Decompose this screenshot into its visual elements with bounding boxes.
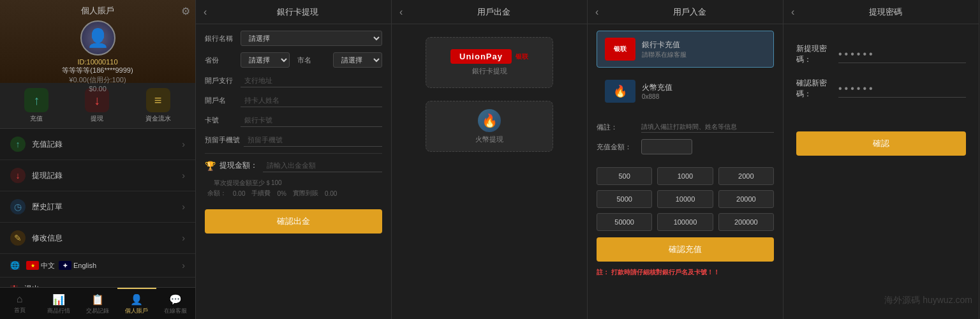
province-select[interactable]: 請選擇 — [241, 52, 290, 68]
nav-account[interactable]: 👤 個人賬戶 — [117, 288, 156, 319]
nav-home-label: 首頁 — [14, 306, 26, 315]
withdraw-label: 提現 — [91, 114, 103, 123]
amount-label: 充值金額： — [597, 142, 641, 152]
phone-label: 預留手機號 — [205, 135, 240, 145]
nav-market[interactable]: 📊 商品行情 — [39, 288, 78, 319]
receive-value: 0.00 — [325, 190, 337, 197]
note-input[interactable] — [641, 121, 774, 133]
deposit-unionpay-logo: 银联 — [605, 38, 635, 61]
cashout-back-button[interactable]: ‹ — [399, 6, 403, 18]
amount-200000[interactable]: 200000 — [718, 213, 774, 231]
language-section[interactable]: 🌐 ★ 中文 ✚ English › — [0, 254, 195, 278]
balance-value: 0.00 — [233, 190, 245, 197]
bank-name-select[interactable]: 請選擇 — [241, 31, 382, 46]
deposit-unionpay-option[interactable]: 银联 銀行卡充值 請聯系在線客服 — [597, 31, 774, 68]
account-icon: 👤 — [130, 293, 143, 306]
home-icon: ⌂ — [17, 293, 23, 305]
nav-transactions[interactable]: 📋 交易記錄 — [78, 288, 117, 319]
city-select[interactable]: 請選擇 — [333, 52, 382, 68]
panel-withdraw: ‹ 銀行卡提現 銀行名稱 請選擇 省份 請選擇 市名 請選擇 開戶支行 — [196, 0, 392, 319]
lang-chinese: ★ 中文 — [26, 261, 55, 271]
back-button[interactable]: ‹ — [204, 6, 207, 18]
confirm-password-row: 確認新密碼： — [796, 78, 966, 100]
withdraw-button[interactable]: ↓ 提現 — [85, 88, 109, 123]
arrow-icon: › — [182, 139, 185, 149]
flow-button[interactable]: ≡ 資金流水 — [145, 88, 171, 123]
menu-recharge-records[interactable]: ↑ 充值記錄 › — [0, 129, 195, 160]
history-orders-label: 歷史訂單 — [32, 202, 182, 212]
withdraw-header: ‹ 銀行卡提現 — [196, 0, 391, 24]
amount-1000[interactable]: 1000 — [657, 167, 713, 185]
confirm-password-button[interactable]: 確認 — [796, 131, 966, 156]
deposit-unionpay-info: 銀行卡充值 請聯系在線客服 — [642, 40, 766, 59]
cashout-unionpay[interactable]: UnionPay 银联 銀行卡提現 — [426, 37, 553, 88]
cashout-huobi[interactable]: 🔥 火幣提現 — [426, 101, 553, 152]
settings-icon[interactable]: ⚙ — [181, 5, 190, 17]
menu-history-orders[interactable]: ◷ 歷史訂單 › — [0, 191, 195, 223]
avatar: 👤 — [80, 20, 115, 56]
account-header: 個人賬戶 👤 ID:10000110 等等等等(186****9999) ¥0.… — [0, 0, 195, 83]
deposit-header: ‹ 用戶入金 — [588, 0, 783, 24]
branch-input[interactable] — [241, 74, 382, 87]
trophy-icon: 🏆 — [205, 161, 216, 171]
deposit-huobi-logo: 🔥 — [605, 80, 635, 103]
bottom-nav: ⌂ 首頁 📊 商品行情 📋 交易記錄 👤 個人賬戶 💬 在線客服 — [0, 287, 195, 319]
withdraw-amount-input[interactable] — [263, 159, 382, 172]
info-row: 余額： 0.00 手續費 0% 實際到賬 0.00 — [205, 189, 382, 198]
deposit-back-button[interactable]: ‹ — [595, 6, 598, 18]
amount-2000[interactable]: 2000 — [718, 167, 774, 185]
fee-label: 手續費 — [251, 189, 271, 198]
recharge-records-icon: ↑ — [10, 137, 26, 152]
account-name-label: 開戶名 — [205, 96, 237, 105]
cn-flag: ★ — [26, 261, 39, 270]
confirm-password-label: 確認新密碼： — [796, 78, 838, 100]
deposit-huobi-sub: 0x888 — [642, 93, 766, 100]
receive-label: 實際到賬 — [293, 189, 318, 198]
nav-support[interactable]: 💬 在線客服 — [156, 288, 195, 319]
amount-grid: 500 1000 2000 5000 10000 20000 50000 100… — [588, 167, 783, 237]
user-id: ID:10000110 — [78, 58, 118, 66]
logout-item[interactable]: ⏻ 退出 › — [0, 278, 195, 287]
edit-info-icon: ✎ — [10, 230, 26, 246]
phone-input[interactable] — [244, 133, 382, 147]
deposit-huobi-info: 火幣充值 0x888 — [642, 82, 766, 100]
password-back-button[interactable]: ‹ — [791, 6, 794, 18]
amount-50000[interactable]: 50000 — [597, 213, 652, 231]
new-password-input[interactable] — [838, 46, 966, 63]
card-number-input[interactable] — [241, 114, 382, 127]
transactions-icon: 📋 — [91, 293, 104, 306]
amount-5000[interactable]: 5000 — [597, 190, 652, 208]
deposit-huobi-name: 火幣充值 — [642, 82, 766, 93]
confirm-password-input[interactable] — [838, 80, 966, 98]
branch-row: 開戶支行 — [205, 74, 382, 87]
arrow-icon-4: › — [182, 233, 185, 243]
edit-info-label: 修改信息 — [32, 233, 182, 244]
uk-flag: ✚ — [59, 261, 71, 270]
new-password-row: 新提現密碼： — [796, 43, 966, 65]
withdraw-form: 銀行名稱 請選擇 省份 請選擇 市名 請選擇 開戶支行 開戶名 — [196, 24, 391, 319]
user-balance: $0.00 — [89, 85, 107, 93]
deposit-huobi-option[interactable]: 🔥 火幣充值 0x888 — [597, 73, 774, 110]
recharge-button[interactable]: ↑ 充值 — [24, 88, 48, 123]
city-label: 市名 — [297, 56, 329, 65]
menu-edit-info[interactable]: ✎ 修改信息 › — [0, 223, 195, 254]
withdraw-title: 銀行卡提現 — [212, 6, 383, 18]
account-name-input[interactable] — [241, 94, 382, 107]
cashout-huobi-label: 火幣提現 — [475, 135, 503, 144]
menu-withdraw-records[interactable]: ↓ 提現記錄 › — [0, 160, 195, 191]
password-title: 提現密碼 — [799, 6, 971, 18]
amount-100000[interactable]: 100000 — [657, 213, 713, 231]
amount-input[interactable]: 100 — [641, 139, 692, 154]
panel-account: 個人賬戶 👤 ID:10000110 等等等等(186****9999) ¥0.… — [0, 0, 196, 319]
support-icon: 💬 — [169, 293, 182, 306]
amount-500[interactable]: 500 — [597, 167, 652, 185]
confirm-withdraw-button[interactable]: 確認出金 — [205, 209, 382, 234]
recharge-label: 充值 — [30, 114, 43, 123]
form-divider — [205, 153, 382, 154]
avatar-container: 👤 ID:10000110 等等等等(186****9999) ¥0.00(信用… — [5, 20, 190, 93]
confirm-deposit-button[interactable]: 確認充值 — [597, 237, 774, 262]
nav-home[interactable]: ⌂ 首頁 — [0, 288, 39, 319]
amount-10000[interactable]: 10000 — [657, 190, 713, 208]
cashout-title: 用戶出金 — [408, 6, 579, 18]
amount-20000[interactable]: 20000 — [718, 190, 774, 208]
